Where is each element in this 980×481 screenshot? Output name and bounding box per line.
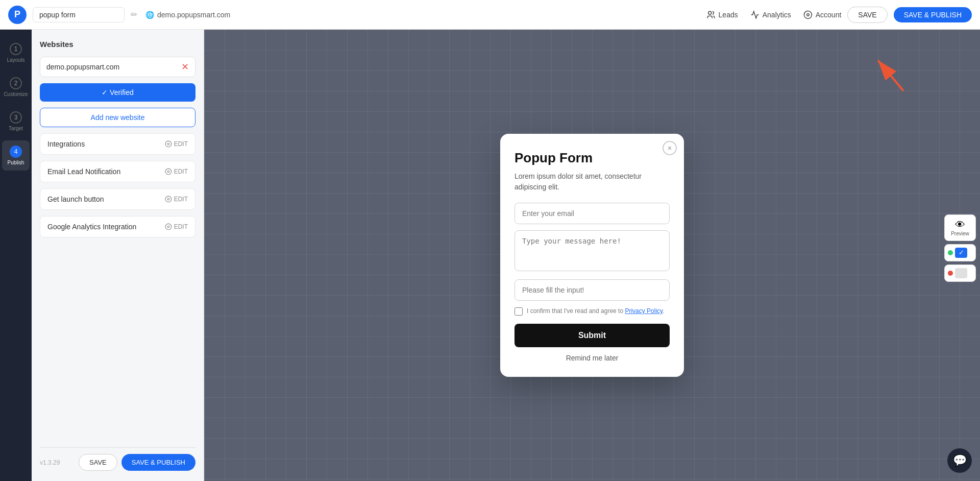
account-nav-item[interactable]: Account (803, 10, 842, 19)
version-text: v1.3.29 (40, 459, 60, 466)
preview-button[interactable]: 👁 Preview (944, 214, 976, 241)
save-publish-button[interactable]: SAVE & PUBLISH (894, 7, 972, 22)
get-launch-edit-button[interactable]: EDIT (165, 196, 188, 203)
google-analytics-item[interactable]: Google Analytics Integration EDIT (40, 216, 195, 237)
step-3-target[interactable]: 3 Target (2, 106, 30, 136)
empty-toggle[interactable] (955, 268, 967, 278)
step-2-num: 2 (10, 77, 22, 89)
integrations-item[interactable]: Integrations EDIT (40, 133, 195, 155)
app-layout: 1 Layouts 2 Customize 3 Target 4 Publish… (0, 30, 980, 481)
privacy-policy-link[interactable]: Privacy Policy (625, 307, 663, 315)
eye-icon: 👁 (948, 219, 972, 231)
app-logo[interactable]: P (8, 6, 27, 24)
verified-button[interactable]: ✓ Verified (40, 83, 195, 102)
check-toggle[interactable]: ✓ (955, 248, 967, 258)
get-launch-item[interactable]: Get launch button EDIT (40, 188, 195, 210)
red-dot (948, 271, 953, 276)
step-4-label: Publish (8, 160, 24, 165)
step-4-num: 4 (10, 146, 22, 158)
svg-point-5 (167, 226, 169, 228)
step-3-label: Target (9, 126, 23, 131)
sidebar-save-button[interactable]: SAVE (79, 454, 117, 471)
step-1-num: 1 (10, 43, 22, 55)
chat-icon: 💬 (953, 454, 967, 467)
svg-point-3 (167, 171, 169, 173)
step-1-layouts[interactable]: 1 Layouts (2, 38, 30, 68)
step-2-customize[interactable]: 2 Customize (2, 72, 30, 102)
icon-nav: 1 Layouts 2 Customize 3 Target 4 Publish (0, 30, 32, 481)
step-4-publish[interactable]: 4 Publish (2, 140, 30, 171)
privacy-checkbox-row: I confirm that I've read and agree to Pr… (514, 307, 670, 316)
preview-label: Preview (948, 231, 972, 236)
save-button[interactable]: SAVE (847, 7, 887, 23)
privacy-label: I confirm that I've read and agree to Pr… (527, 307, 665, 316)
integrations-label: Integrations (47, 140, 85, 148)
site-url: demo.popupsmart.com (157, 11, 230, 19)
popup-name-input[interactable] (33, 7, 125, 22)
svg-point-2 (167, 143, 169, 145)
website-input-wrap: ✕ (40, 57, 195, 77)
sidebar: Websites ✕ ✓ Verified Add new website In… (32, 30, 204, 481)
topbar: P ✏ 🌐 demo.popupsmart.com Leads Analytic… (0, 0, 980, 30)
chat-widget[interactable]: 💬 (947, 448, 972, 473)
toggle-row-1[interactable]: ✓ (944, 244, 976, 261)
sidebar-bottom: v1.3.29 SAVE SAVE & PUBLISH (40, 447, 195, 471)
leads-nav-item[interactable]: Leads (706, 10, 738, 19)
main-canvas: 👁 Preview ✓ × Popup Form Lorem ipsum dol… (204, 30, 980, 481)
popup-title: Popup Form (514, 150, 670, 166)
popup-fill-input[interactable] (514, 279, 670, 301)
step-2-label: Customize (4, 91, 28, 97)
popup-overlay: × Popup Form Lorem ipsum dolor sit amet,… (204, 30, 980, 481)
step-3-num: 3 (10, 111, 22, 124)
email-lead-edit-button[interactable]: EDIT (165, 168, 188, 175)
edit-icon[interactable]: ✏ (131, 10, 137, 19)
topbar-nav: Leads Analytics Account (706, 10, 842, 19)
popup-email-input[interactable] (514, 203, 670, 224)
sidebar-save-publish-button[interactable]: SAVE & PUBLISH (121, 454, 195, 471)
email-lead-item[interactable]: Email Lead Notification EDIT (40, 161, 195, 182)
popup-description: Lorem ipsum dolor sit amet, consectetur … (514, 171, 670, 193)
get-launch-label: Get launch button (47, 195, 104, 203)
add-website-button[interactable]: Add new website (40, 108, 195, 127)
privacy-checkbox[interactable] (514, 307, 523, 316)
toggle-row-2[interactable] (944, 264, 976, 282)
svg-point-1 (807, 13, 810, 16)
svg-point-0 (708, 11, 711, 14)
popup-modal: × Popup Form Lorem ipsum dolor sit amet,… (500, 134, 684, 377)
website-url-input[interactable] (46, 63, 177, 71)
globe-icon: 🌐 (145, 11, 154, 19)
popup-remind-button[interactable]: Remind me later (514, 354, 670, 362)
google-analytics-label: Google Analytics Integration (47, 223, 136, 231)
analytics-nav-item[interactable]: Analytics (750, 10, 791, 19)
popup-message-textarea[interactable] (514, 230, 670, 271)
websites-title: Websites (40, 40, 195, 49)
popup-close-button[interactable]: × (663, 141, 677, 155)
remove-website-button[interactable]: ✕ (181, 61, 189, 73)
step-1-label: Layouts (7, 57, 24, 63)
svg-point-4 (167, 198, 169, 200)
google-analytics-edit-button[interactable]: EDIT (165, 223, 188, 230)
url-area: 🌐 demo.popupsmart.com (145, 11, 230, 19)
popup-submit-button[interactable]: Submit (514, 324, 670, 347)
email-lead-label: Email Lead Notification (47, 167, 120, 176)
integrations-edit-button[interactable]: EDIT (165, 140, 188, 148)
green-dot (948, 250, 953, 255)
